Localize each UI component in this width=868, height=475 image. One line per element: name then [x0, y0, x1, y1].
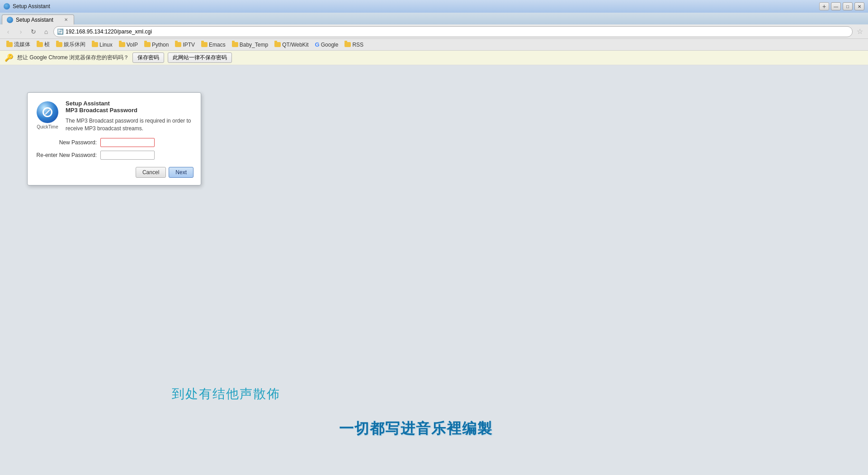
forward-button[interactable]: ›	[15, 26, 26, 37]
page-content: QuickTime Setup Assistant MP3 Broadcast …	[0, 65, 868, 475]
password-save-bar: 🔑 想让 Google Chrome 浏览器保存您的密码吗？ 保存密码 此网站一…	[0, 51, 868, 65]
next-button[interactable]: Next	[169, 167, 193, 178]
secure-icon: 🔄	[57, 28, 64, 35]
quicktime-label: QuickTime	[37, 124, 58, 129]
dialog-buttons: Cancel Next	[35, 167, 193, 178]
bookmark-emacs[interactable]: Emacs	[198, 40, 228, 49]
dialog-app-name: Setup Assistant	[66, 100, 193, 107]
folder-icon	[6, 42, 13, 47]
title-bar: Setup Assistant + — □ ✕	[0, 0, 868, 13]
bookmark-label: 娱乐休闲	[64, 41, 85, 48]
quicktime-circle-icon	[37, 101, 58, 123]
folder-icon	[175, 42, 181, 47]
bookmark-star-button[interactable]: ☆	[854, 26, 865, 37]
bookmark-label: Python	[152, 42, 169, 48]
bottom-text-1: 到处有结他声散佈	[172, 385, 280, 403]
bookmark-baby-temp[interactable]: Baby_Temp	[229, 40, 271, 49]
new-password-row: New Password:	[35, 138, 193, 147]
bookmark-voip[interactable]: VoIP	[116, 40, 141, 49]
password-icon: 🔑	[5, 53, 14, 62]
new-tab-button[interactable]: +	[819, 2, 829, 10]
bookmarks-bar: 流媒体 桢 娱乐休闲 Linux VoIP Python IPTV Emacs	[0, 39, 868, 51]
bookmark-label: RSS	[352, 42, 363, 48]
bookmark-qt-webkit[interactable]: QT/WebKit	[272, 40, 311, 49]
close-button[interactable]: ✕	[854, 2, 864, 10]
nav-bar: ‹ › ↻ ⌂ 🔄 ☆	[0, 24, 868, 39]
new-password-input[interactable]	[100, 138, 155, 147]
bookmark-桢[interactable]: 桢	[34, 40, 52, 49]
bookmark-label: VoIP	[127, 42, 138, 48]
address-input[interactable]	[53, 26, 853, 37]
home-button[interactable]: ⌂	[41, 26, 52, 37]
dialog-subtitle: MP3 Broadcast Password	[66, 107, 193, 114]
folder-icon	[274, 42, 281, 47]
reenter-password-label: Re-enter New Password:	[35, 152, 100, 158]
folder-icon	[232, 42, 238, 47]
setup-assistant-dialog: QuickTime Setup Assistant MP3 Broadcast …	[27, 92, 201, 185]
bookmark-iptv[interactable]: IPTV	[172, 40, 198, 49]
tab-bar: Setup Assistant ✕	[0, 13, 868, 24]
folder-icon	[56, 42, 62, 47]
password-question: 想让 Google Chrome 浏览器保存您的密码吗？	[17, 54, 129, 62]
title-bar-buttons: + — □ ✕	[817, 2, 864, 10]
bookmark-linux[interactable]: Linux	[89, 40, 115, 49]
save-password-button[interactable]: 保存密码	[132, 52, 164, 63]
bookmark-label: QT/WebKit	[282, 42, 308, 48]
back-button[interactable]: ‹	[3, 26, 14, 37]
bookmark-label: Google	[321, 42, 339, 48]
bookmark-label: Linux	[99, 42, 113, 48]
folder-icon	[344, 42, 351, 47]
reload-button[interactable]: ↻	[28, 26, 39, 37]
dialog-header: QuickTime Setup Assistant MP3 Broadcast …	[35, 100, 193, 133]
dialog-description: The MP3 Broadcast password is required i…	[66, 117, 193, 133]
new-password-label: New Password:	[35, 139, 100, 146]
folder-icon	[119, 42, 125, 47]
tab-close-button[interactable]: ✕	[63, 17, 69, 23]
cancel-button[interactable]: Cancel	[136, 167, 166, 178]
tab-favicon	[7, 17, 13, 23]
never-save-button[interactable]: 此网站一律不保存密码	[168, 52, 232, 63]
reenter-password-input[interactable]	[100, 151, 155, 160]
bookmark-娱乐休闲[interactable]: 娱乐休闲	[53, 40, 88, 49]
folder-icon	[144, 42, 151, 47]
bookmark-label: Baby_Temp	[240, 42, 268, 48]
quicktime-inner-icon	[42, 107, 52, 117]
bookmark-label: 桢	[44, 41, 50, 48]
google-icon: G	[315, 41, 320, 48]
bookmark-python[interactable]: Python	[142, 40, 171, 49]
dialog-form: New Password: Re-enter New Password:	[35, 138, 193, 160]
dialog-title-area: Setup Assistant MP3 Broadcast Password T…	[66, 100, 193, 133]
address-container: 🔄	[53, 26, 853, 37]
minimize-button[interactable]: —	[831, 2, 841, 10]
bookmark-label: IPTV	[183, 42, 195, 48]
tab-label: Setup Assistant	[16, 17, 53, 23]
bookmark-rss[interactable]: RSS	[342, 40, 366, 49]
folder-icon	[37, 42, 43, 47]
folder-icon	[92, 42, 98, 47]
title-bar-text: Setup Assistant	[13, 3, 815, 10]
bookmark-label: 流媒体	[14, 41, 30, 48]
title-bar-favicon	[4, 3, 10, 10]
quicktime-logo: QuickTime	[35, 100, 60, 131]
bookmark-流媒体[interactable]: 流媒体	[4, 40, 33, 49]
bookmark-label: Emacs	[209, 42, 226, 48]
active-tab[interactable]: Setup Assistant ✕	[2, 14, 74, 24]
folder-icon	[201, 42, 208, 47]
maximize-button[interactable]: □	[843, 2, 853, 10]
bottom-text-2: 一切都写进音乐裡编製	[339, 419, 493, 439]
bookmark-google[interactable]: G Google	[312, 40, 341, 49]
reenter-password-row: Re-enter New Password:	[35, 151, 193, 160]
